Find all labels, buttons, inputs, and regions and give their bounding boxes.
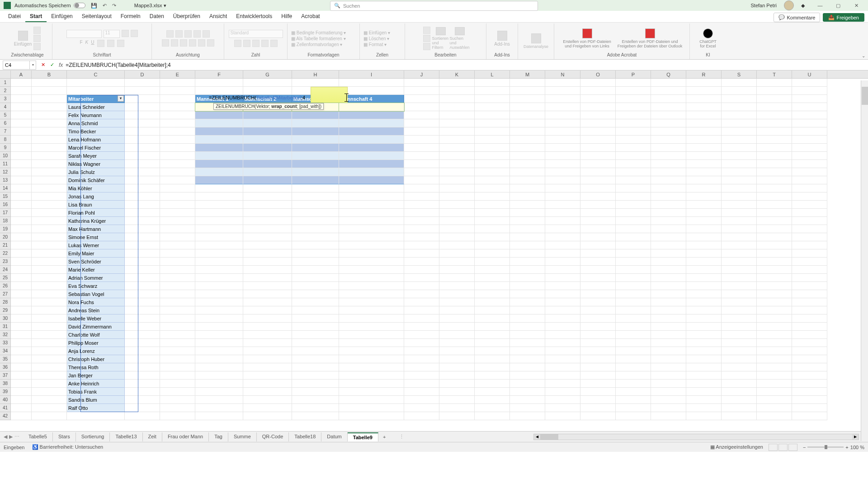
cell-N27[interactable] [545,290,580,298]
cell-P26[interactable] [616,282,651,290]
cell-P39[interactable] [616,388,651,396]
cell-P20[interactable] [616,233,651,241]
menu-tab-acrobat[interactable]: Acrobat [297,11,324,22]
cell-B12[interactable] [32,168,67,176]
row-header-33[interactable]: 33 [0,339,11,347]
cell-N39[interactable] [545,388,580,396]
cell-H9[interactable] [292,144,339,152]
cell-N22[interactable] [545,249,580,258]
cell-S35[interactable] [722,355,757,363]
cell-P17[interactable] [616,209,651,217]
cell-O34[interactable] [580,347,616,355]
cell-R10[interactable] [686,152,722,160]
col-header-B[interactable]: B [32,70,67,78]
cell-T20[interactable] [757,233,792,241]
cell-T7[interactable] [757,127,792,136]
underline-icon[interactable]: U [91,40,94,47]
delete-cells[interactable]: ▦ Löschen ▾ [363,36,389,41]
pdf-links-button[interactable]: Erstellen von PDF-Dateien und Freigeben … [560,27,614,50]
cell-O28[interactable] [580,298,616,306]
cell-Q22[interactable] [651,249,686,258]
cell-R23[interactable] [686,258,722,266]
cell-T6[interactable] [757,119,792,127]
cell-T26[interactable] [757,282,792,290]
cell-K8[interactable] [439,136,475,144]
cell-F32[interactable] [195,331,243,339]
cell-M29[interactable] [510,306,545,314]
cell-L42[interactable] [475,412,510,420]
cell-P6[interactable] [616,119,651,127]
cell-U3[interactable] [792,95,827,103]
cell-O4[interactable] [580,103,616,111]
cell-T4[interactable] [757,103,792,111]
cell-T16[interactable] [757,201,792,209]
cell-R22[interactable] [686,249,722,258]
col-header-S[interactable]: S [722,70,757,78]
italic-icon[interactable]: K [85,40,89,47]
cell-G40[interactable] [243,396,292,404]
cell-S16[interactable] [722,201,757,209]
cell-L4[interactable] [475,103,510,111]
add-sheet-button[interactable]: + [378,434,390,440]
cell-R31[interactable] [686,323,722,331]
zoom-slider[interactable] [807,446,844,448]
cell-N7[interactable] [545,127,580,136]
cell-S30[interactable] [722,314,757,323]
cell-T32[interactable] [757,331,792,339]
cell-Q35[interactable] [651,355,686,363]
cell-P5[interactable] [616,111,651,119]
cell-C10[interactable]: Sarah Meyer [67,152,125,160]
cell-T28[interactable] [757,298,792,306]
cell-O2[interactable] [580,87,616,95]
sheet-tab-qr-code[interactable]: QR-Code [257,432,289,441]
cell-U30[interactable] [792,314,827,323]
cell-O7[interactable] [580,127,616,136]
cell-U11[interactable] [792,160,827,168]
cell-E30[interactable] [160,314,195,323]
cell-Q2[interactable] [651,87,686,95]
cell-T2[interactable] [757,87,792,95]
cell-S26[interactable] [722,282,757,290]
row-header-4[interactable]: 4 [0,103,11,111]
cell-P29[interactable] [616,306,651,314]
row-header-15[interactable]: 15 [0,192,11,201]
cell-S1[interactable] [722,79,757,87]
cell-F8[interactable] [195,136,243,144]
cell-E25[interactable] [160,274,195,282]
cell-R35[interactable] [686,355,722,363]
cell-N40[interactable] [545,396,580,404]
cell-I18[interactable] [339,217,404,225]
cell-B25[interactable] [32,274,67,282]
filter-button[interactable]: ▾ [118,95,124,102]
cell-F17[interactable] [195,209,243,217]
page-break-view-icon[interactable] [788,444,797,451]
cell-R15[interactable] [686,192,722,201]
menu-tab-daten[interactable]: Daten [145,11,169,22]
cell-S32[interactable] [722,331,757,339]
row-header-36[interactable]: 36 [0,363,11,371]
cell-F18[interactable] [195,217,243,225]
accept-formula-icon[interactable]: ✓ [48,62,56,68]
cell-U28[interactable] [792,298,827,306]
cell-F19[interactable] [195,225,243,233]
cell-B18[interactable] [32,217,67,225]
cell-B38[interactable] [32,380,67,388]
cell-O42[interactable] [580,412,616,420]
cell-U1[interactable] [792,79,827,87]
cell-F1[interactable] [195,79,243,87]
cell-E14[interactable] [160,184,195,192]
cell-P38[interactable] [616,380,651,388]
cell-E32[interactable] [160,331,195,339]
cell-K42[interactable] [439,412,475,420]
cell-O3[interactable] [580,95,616,103]
cell-E11[interactable] [160,160,195,168]
cell-S8[interactable] [722,136,757,144]
cell-B15[interactable] [32,192,67,201]
dec-font-icon[interactable] [131,30,138,37]
cell-K16[interactable] [439,201,475,209]
cell-S9[interactable] [722,144,757,152]
cell-S6[interactable] [722,119,757,127]
fill-icon[interactable] [423,35,430,42]
cell-B31[interactable] [32,323,67,331]
cell-H32[interactable] [292,331,339,339]
